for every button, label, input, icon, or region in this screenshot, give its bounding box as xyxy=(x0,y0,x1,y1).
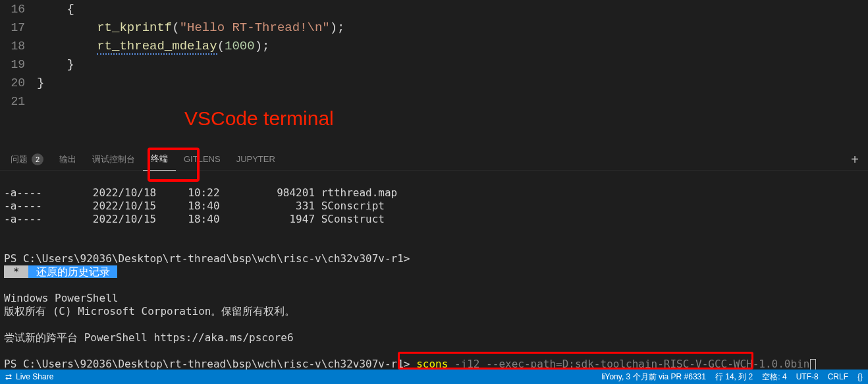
code-line[interactable]: 18 rt_thread_mdelay(1000); xyxy=(0,37,868,55)
code-line[interactable]: 16 { xyxy=(0,0,868,18)
problems-badge: 2 xyxy=(32,153,43,165)
live-share-label[interactable]: Live Share xyxy=(16,372,53,381)
tab-debug[interactable]: 调试控制台 xyxy=(84,148,143,171)
code-editor[interactable]: 16 {17 rt_kprintf("Hello RT-Thread!\n");… xyxy=(0,0,868,148)
status-item[interactable]: liYony, 3 个月前 via PR #6331 xyxy=(601,371,706,383)
panel-tab-bar: 问题2输出调试控制台终端GITLENSJUPYTER + xyxy=(0,148,868,171)
terminal-line: Windows PowerShell xyxy=(0,292,868,305)
line-number: 20 xyxy=(0,74,37,92)
status-item[interactable]: UTF-8 xyxy=(796,372,819,381)
tab-output[interactable]: 输出 xyxy=(51,148,84,171)
terminal-line xyxy=(0,318,868,331)
terminal-command-line: PS C:\Users\92036\Desktop\rt-thread\bsp\… xyxy=(0,358,868,371)
code-line[interactable]: 17 rt_kprintf("Hello RT-Thread!\n"); xyxy=(0,18,868,37)
code-line[interactable]: 20} xyxy=(0,74,868,92)
tab-jupyter[interactable]: JUPYTER xyxy=(229,148,283,171)
terminal-line: 版权所有 (C) Microsoft Corporation。保留所有权利。 xyxy=(0,305,868,318)
status-item[interactable]: CRLF xyxy=(828,372,848,381)
status-item[interactable]: 行 14, 列 2 xyxy=(715,371,753,383)
line-number: 21 xyxy=(0,92,37,111)
tab-gitlens[interactable]: GITLENS xyxy=(176,148,229,171)
code-content[interactable]: rt_thread_mdelay(1000); xyxy=(37,37,269,55)
terminal-line xyxy=(0,239,868,252)
status-item[interactable]: {} xyxy=(857,372,863,381)
terminal-line xyxy=(0,344,868,358)
annotation-label: VSCode terminal xyxy=(184,107,334,130)
new-terminal-icon[interactable]: + xyxy=(846,152,864,167)
terminal-line: -a---- 2022/10/15 18:40 1947 SConstruct xyxy=(0,213,868,226)
tab-terminal[interactable]: 终端 xyxy=(143,148,176,171)
terminal-output[interactable]: -a---- 2022/10/18 10:22 984201 rtthread.… xyxy=(0,171,868,371)
live-share-icon[interactable]: ⇄ xyxy=(5,372,12,381)
code-content[interactable]: rt_kprintf("Hello RT-Thread!\n"); xyxy=(37,18,345,37)
terminal-line xyxy=(0,279,868,292)
status-bar: ⇄ Live Share liYony, 3 个月前 via PR #6331行… xyxy=(0,370,868,384)
terminal-line: -a---- 2022/10/18 10:22 984201 rtthread.… xyxy=(0,186,868,200)
terminal-line: -a---- 2022/10/15 18:40 331 SConscript xyxy=(0,200,868,213)
code-line[interactable]: 21 xyxy=(0,92,868,111)
code-content[interactable]: } xyxy=(37,55,74,74)
line-number: 19 xyxy=(0,55,37,74)
code-line[interactable]: 19 } xyxy=(0,55,868,74)
terminal-line xyxy=(0,226,868,239)
line-number: 18 xyxy=(0,37,37,55)
terminal-line: 尝试新的跨平台 PowerShell https://aka.ms/pscore… xyxy=(0,331,868,344)
code-content[interactable]: { xyxy=(37,0,74,18)
code-content[interactable]: } xyxy=(37,74,44,92)
terminal-prompt: PS C:\Users\92036\Desktop\rt-thread\bsp\… xyxy=(0,252,868,265)
history-restored-badge: * 还原的历史记录 xyxy=(0,265,868,279)
tab-problems[interactable]: 问题2 xyxy=(3,148,51,171)
line-number: 16 xyxy=(0,0,37,18)
status-item[interactable]: 空格: 4 xyxy=(762,371,786,383)
line-number: 17 xyxy=(0,18,37,37)
